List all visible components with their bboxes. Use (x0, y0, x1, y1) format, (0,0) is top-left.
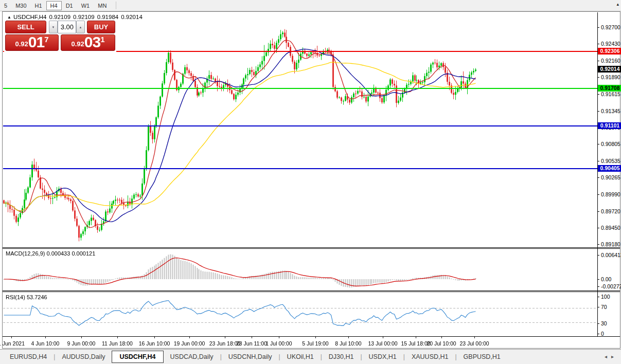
axis-tick (597, 255, 599, 256)
macd-label: MACD(12,26,9) 0.000433 0.000121 (6, 250, 95, 257)
timeframe-button-5[interactable]: 5 (0, 1, 11, 10)
price-tick-label: 0.92430 (601, 41, 621, 47)
volume-increase-button[interactable]: ▲ (76, 21, 85, 33)
rsi-indicator-canvas[interactable] (3, 292, 597, 336)
axis-tick (597, 77, 599, 78)
macd-tick-label: 0.00 (601, 276, 621, 282)
time-tick-label: 9 Jun 00:00 (62, 340, 100, 347)
price-tick-label: 0.90805 (601, 141, 621, 147)
tab-GBPUSD,H1[interactable]: GBPUSD,H1 (457, 351, 507, 362)
buy-price-display[interactable]: 0.92031 (61, 34, 115, 51)
sell-price-display[interactable]: 0.92017 (5, 34, 59, 51)
time-tick-label: 20 Jul 10:00 (422, 340, 460, 347)
timeframe-button-D1[interactable]: D1 (62, 1, 77, 10)
timeframe-toolbar: 5M30H1H4D1W1MN (0, 0, 621, 11)
axis-tick (597, 334, 599, 334)
price-tick-label: 0.91615 (601, 91, 621, 97)
time-tick (348, 337, 349, 338)
price-tick-label: 0.90265 (601, 174, 621, 180)
time-tick-label: 4 Jun 10:00 (26, 340, 64, 347)
macd-tick-label: -0.002726 (601, 283, 621, 289)
buy-price-main: 03 (84, 35, 100, 49)
axis-tick (597, 61, 599, 61)
time-tick (117, 337, 118, 338)
symbol-tabs: EURUSD,H4|AUDUSD,DailyUSDCHF,H4USDCAD,Da… (3, 351, 507, 363)
time-tick (81, 337, 82, 338)
tab-USDX,H1[interactable]: USDX,H1 (362, 351, 403, 362)
timeframe-button-M30[interactable]: M30 (11, 1, 30, 10)
tab-USDCNH,Daily[interactable]: USDCNH,Daily (222, 351, 279, 362)
tab-EURUSD,H4[interactable]: EURUSD,H4 (3, 351, 54, 362)
time-tick (416, 337, 416, 338)
volume-decrease-button[interactable]: ▼ (49, 21, 58, 33)
timeframe-button-W1[interactable]: W1 (77, 1, 94, 10)
trade-panel-collapse-icon[interactable]: ▲ (7, 15, 11, 20)
time-tick (441, 337, 442, 338)
tab-DJ30,H1[interactable]: DJ30,H1 (322, 351, 361, 362)
pane-divider[interactable] (3, 247, 620, 249)
pane-divider[interactable] (3, 290, 620, 292)
tab-scroll-left-icon[interactable]: ◂ (605, 354, 611, 359)
time-tick (383, 337, 383, 338)
rsi-label: RSI(14) 53.7246 (6, 294, 47, 300)
tab-UKOil,H1[interactable]: UKOil,H1 (280, 351, 321, 362)
hline-price-tag[interactable]: 0.90405 (598, 165, 621, 172)
axis-tick (597, 177, 599, 178)
time-tick-label: 8 Jul 10:00 (329, 340, 367, 347)
buy-price-prefix: 0.92 (71, 40, 84, 48)
price-tick-label: 0.89990 (601, 191, 621, 197)
time-tick-label: 16 Jun 10:00 (135, 340, 173, 347)
current-price-tag[interactable]: 0.92014 (598, 66, 621, 72)
axis-tick (597, 194, 599, 195)
axis-tick (597, 161, 599, 161)
tab-AUDUSD,Daily[interactable]: AUDUSD,Daily (55, 351, 112, 362)
sell-button[interactable]: SELL (5, 21, 46, 33)
timeframe-button-H1[interactable]: H1 (31, 1, 46, 10)
chart-window: ▲USDCHF,H40.921090.921090.919840.92014 S… (2, 11, 620, 349)
axis-tick (597, 94, 599, 95)
timeframe-button-MN[interactable]: MN (94, 1, 111, 10)
buy-price-pip: 1 (100, 35, 104, 44)
price-tick-label: 0.91890 (601, 74, 621, 80)
rsi-tick-label: 70 (601, 304, 621, 310)
trading-app-window: { "toolbar": { "timeframes": ["5", "M30"… (0, 0, 621, 364)
time-tick (225, 337, 225, 338)
axis-tick (597, 244, 599, 245)
axis-tick (597, 44, 599, 44)
time-tick-label: 13 Jul 00:00 (364, 340, 402, 347)
time-tick (11, 337, 12, 338)
rsi-tick-label: 30 (601, 320, 621, 326)
time-tick-label: 11 Jun 18:00 (98, 340, 136, 347)
axis-tick (597, 297, 599, 297)
hline-price-tag[interactable]: 0.91708 (598, 85, 621, 92)
toolbar-scroll-up-icon[interactable]: ▴ (616, 2, 619, 7)
rsi-tick-label: 0 (601, 331, 621, 337)
axis-tick (597, 279, 599, 280)
axis-tick (597, 27, 599, 28)
buy-button[interactable]: BUY (87, 21, 115, 33)
price-tick-label: 0.91345 (601, 108, 621, 114)
time-tick-label: 23 Jul 00:00 (455, 340, 493, 347)
time-tick (474, 337, 475, 338)
hline-price-tag[interactable]: 0.92306 (598, 48, 621, 54)
tab-XAUUSD,H1[interactable]: XAUUSD,H1 (405, 351, 455, 362)
time-tick (252, 337, 252, 338)
time-tick (189, 337, 190, 338)
time-tick-label: 5 Jul 19:00 (296, 340, 334, 347)
price-tick-label: 0.92160 (601, 58, 621, 64)
axis-tick (597, 144, 599, 144)
price-tick-label: 0.89180 (601, 241, 621, 247)
time-tick (315, 337, 316, 338)
tab-USDCHF,H4[interactable]: USDCHF,H4 (112, 351, 163, 363)
axis-tick (597, 323, 599, 324)
time-tick-label: 19 Jun 00:00 (170, 340, 208, 347)
tab-USDCAD,Daily[interactable]: USDCAD,Daily (164, 351, 220, 362)
axis-tick (597, 286, 599, 287)
sell-price-prefix: 0.92 (15, 40, 28, 48)
timeframe-items: 5M30H1H4D1W1MN (0, 1, 111, 10)
time-tick (279, 337, 279, 338)
hline-price-tag[interactable]: 0.91101 (598, 122, 621, 129)
timeframe-button-H4[interactable]: H4 (46, 1, 62, 10)
tab-scroll-right-icon[interactable]: ▸ (611, 354, 618, 359)
volume-input[interactable] (58, 21, 76, 33)
